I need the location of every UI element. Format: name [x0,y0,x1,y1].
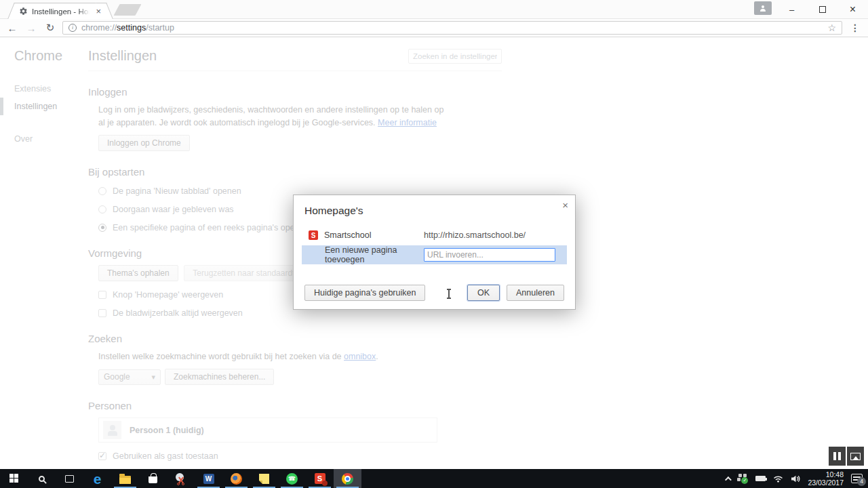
notification-dot [322,481,328,486]
scissors-icon [175,473,186,485]
snipping-tool-button[interactable] [167,469,195,488]
homepage-entry-url: http://rhizo.smartschool.be/ [424,230,526,240]
browser-tab[interactable]: Instellingen - Homepage × [16,3,104,19]
cancel-button[interactable]: Annuleren [507,285,564,301]
reload-icon[interactable]: ↻ [43,22,57,34]
new-url-input[interactable] [424,248,555,262]
start-button[interactable] [0,469,28,488]
smartschool-button[interactable] [306,469,334,488]
settings-gear-icon [19,7,28,16]
battery-icon[interactable] [755,476,766,481]
url-text: chrome://settings/startup [81,23,174,33]
sticky-note-icon [259,474,269,484]
profile-icon [760,5,766,12]
dialog-title: Homepage's [304,205,564,217]
new-homepage-label: Een nieuwe pagina toevoegen [325,245,424,264]
minimize-button[interactable]: – [776,0,807,19]
use-current-pages-button[interactable]: Huidige pagina's gebruiken [304,285,425,301]
smartschool-icon [315,473,326,484]
clock-date: 23/03/2017 [808,479,844,487]
new-homepage-row[interactable]: Een nieuwe pagina toevoegen [302,245,567,264]
sticky-notes-button[interactable] [250,469,278,488]
text-cursor-icon [448,290,450,298]
pause-icon [833,452,836,460]
recorder-overlay [829,447,864,466]
task-view-icon [65,475,74,483]
close-button[interactable]: × [837,0,868,19]
address-bar[interactable]: i chrome://settings/startup ☆ [62,21,842,35]
taskbar: e ✓ 10:48 23/03/2017 4 [0,469,868,488]
windows-logo-icon [9,474,19,483]
new-tab-button[interactable] [113,4,141,16]
whatsapp-icon [286,473,298,485]
edge-icon: e [94,472,102,486]
browser-titlebar: Instellingen - Homepage × – × [0,0,868,19]
info-icon[interactable]: i [68,24,77,32]
bookmark-star-icon[interactable]: ☆ [827,22,836,33]
pause-icon [838,452,841,460]
forward-icon[interactable]: → [24,22,38,34]
back-icon[interactable]: ← [5,22,19,34]
homepage-entry-row[interactable]: S Smartschool http://rhizo.smartschool.b… [304,226,564,244]
url-host: settings [117,23,146,33]
pause-button[interactable] [829,447,846,466]
browser-toolbar: ← → ↻ i chrome://settings/startup ☆ ⋮ [0,19,868,37]
scene-button[interactable] [847,447,864,466]
smartschool-favicon: S [309,230,318,240]
taskbar-search-button[interactable] [28,469,56,488]
firefox-icon [231,473,242,485]
edge-button[interactable]: e [83,469,111,488]
store-bag-icon [149,476,157,483]
settings-page: Chrome Extensies Instellingen Over Inste… [0,37,868,469]
search-icon [39,476,45,482]
hidden-icons-chevron-icon[interactable] [725,476,732,483]
chrome-menu-icon[interactable]: ⋮ [848,22,863,33]
url-scheme: chrome:// [81,23,117,33]
maximize-icon [819,6,826,13]
url-path: /startup [146,23,174,33]
maximize-button[interactable] [807,0,837,19]
clock[interactable]: 10:48 23/03/2017 [808,470,844,487]
homepage-entry-name: Smartschool [324,230,371,240]
scene-icon [850,453,861,460]
whatsapp-button[interactable] [278,469,306,488]
tab-close-icon[interactable]: × [94,6,103,16]
profile-button[interactable] [754,1,772,15]
firefox-button[interactable] [222,469,250,488]
window-controls: – × [776,0,868,19]
wifi-icon[interactable] [773,475,783,483]
tab-title: Instellingen - Homepage [32,7,90,16]
volume-icon[interactable] [791,475,800,483]
homepages-dialog: × Homepage's S Smartschool http://rhizo.… [293,195,576,310]
system-tray: ✓ 10:48 23/03/2017 4 [719,469,868,488]
file-explorer-button[interactable] [111,469,139,488]
action-center-icon[interactable]: 4 [851,474,863,483]
folder-icon [119,476,131,484]
task-view-button[interactable] [56,469,83,488]
chrome-button[interactable] [334,469,361,488]
dialog-close-icon[interactable]: × [562,200,568,210]
word-button[interactable] [195,469,222,488]
word-icon [203,474,214,484]
chrome-icon [342,473,353,485]
notification-badge: 4 [857,477,866,486]
ok-button[interactable]: OK [467,285,500,301]
sync-status-icon[interactable]: ✓ [737,474,748,484]
clock-time: 10:48 [808,470,844,479]
store-button[interactable] [139,469,167,488]
